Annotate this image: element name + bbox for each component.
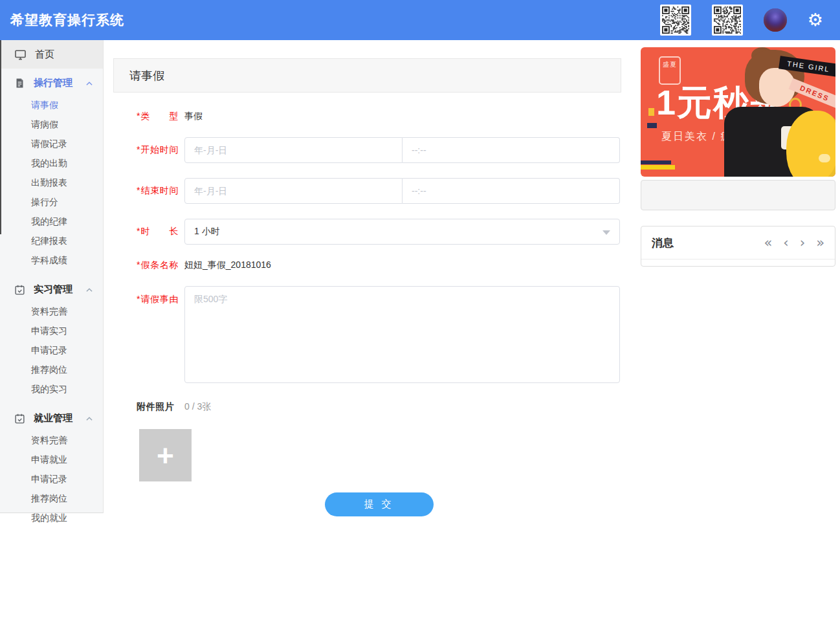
plus-icon: + xyxy=(157,441,174,470)
sidebar-item-我的就业[interactable]: 我的就业 xyxy=(0,508,103,527)
start-time-input[interactable] xyxy=(403,137,620,163)
sidebar-item-推荐岗位[interactable]: 推荐岗位 xyxy=(0,360,103,379)
field-row-attachments: 附件照片 0 / 3张 xyxy=(137,401,621,413)
messages-pager: « ‹ › » xyxy=(764,236,824,250)
field-row-end: *结束时间 xyxy=(137,178,621,204)
end-date-input[interactable] xyxy=(184,178,403,204)
required-asterisk: * xyxy=(137,259,140,270)
app-header: 希望教育操行系统 ⚙ xyxy=(0,0,840,40)
messages-title: 消息 xyxy=(652,236,674,250)
field-row-type: *类 型 事假 xyxy=(137,111,621,122)
sidebar-item-请假记录[interactable]: 请假记录 xyxy=(0,134,103,153)
type-value: 事假 xyxy=(184,111,203,122)
sidebar-item-申请实习[interactable]: 申请实习 xyxy=(0,321,103,340)
decor-bar xyxy=(641,165,675,170)
field-label-type: *类 型 xyxy=(137,111,184,122)
sidebar-item-申请记录[interactable]: 申请记录 xyxy=(0,340,103,360)
decor-square xyxy=(648,108,654,116)
field-label-attachments: 附件照片 xyxy=(137,401,184,413)
required-asterisk: * xyxy=(137,144,140,155)
field-row-duration: *时 长 1 小时 xyxy=(137,219,621,245)
last-page-icon[interactable]: » xyxy=(816,236,824,250)
end-time-input[interactable] xyxy=(403,178,620,204)
duration-select[interactable]: 1 小时 xyxy=(184,219,620,245)
field-row-start: *开始时间 xyxy=(137,137,621,163)
reason-textarea[interactable] xyxy=(184,286,620,383)
promo-banner[interactable]: 盛夏 1元秒杀 夏日美衣 / 疯抢ing THE GIRL DRESS xyxy=(641,47,835,177)
required-asterisk: * xyxy=(137,185,140,195)
sidebar-item-请事假[interactable]: 请事假 xyxy=(0,95,103,115)
promo-footer-panel xyxy=(641,180,835,210)
upload-photo-button[interactable]: + xyxy=(139,429,192,481)
form-title-text: 请事假 xyxy=(129,68,164,83)
sidebar-item-资料完善[interactable]: 资料完善 xyxy=(0,430,103,450)
sidebar-section-employment[interactable]: 就业管理 xyxy=(0,404,103,430)
required-asterisk: * xyxy=(137,111,140,121)
sidebar-section-conduct[interactable]: 操行管理 xyxy=(0,69,103,95)
sidebar-item-申请记录[interactable]: 申请记录 xyxy=(0,469,103,489)
duration-select-value: 1 小时 xyxy=(194,226,220,237)
settings-gear-icon[interactable]: ⚙ xyxy=(808,12,823,29)
sidebar-item-label: 首页 xyxy=(35,49,54,61)
chevron-up-icon xyxy=(85,79,94,88)
sidebar-item-纪律报表[interactable]: 纪律报表 xyxy=(0,231,103,250)
messages-panel: 消息 « ‹ › » xyxy=(641,226,835,267)
required-asterisk: * xyxy=(137,226,140,236)
sidebar-item-我的出勤[interactable]: 我的出勤 xyxy=(0,153,103,173)
submit-button[interactable]: 提 交 xyxy=(325,492,434,516)
sidebar-item-home[interactable]: 首页 xyxy=(0,40,103,69)
sidebar-section-internship[interactable]: 实习管理 xyxy=(0,275,103,302)
field-label-note-name: *假条名称 xyxy=(137,259,184,271)
field-row-reason: *请假事由 xyxy=(137,286,621,383)
sidebar-item-学科成绩[interactable]: 学科成绩 xyxy=(0,250,103,270)
sidebar-section-label: 就业管理 xyxy=(34,412,72,425)
start-date-input[interactable] xyxy=(184,137,403,163)
field-label-reason: *请假事由 xyxy=(137,286,184,305)
sidebar-item-我的实习[interactable]: 我的实习 xyxy=(0,379,103,399)
qr-code-icon[interactable] xyxy=(712,5,743,36)
first-page-icon[interactable]: « xyxy=(764,236,772,250)
sidebar-section-label: 实习管理 xyxy=(34,283,72,296)
sidebar-item-申请就业[interactable]: 申请就业 xyxy=(0,450,103,469)
chevron-up-icon xyxy=(85,414,94,423)
field-label-end: *结束时间 xyxy=(137,185,184,197)
sidebar-item-推荐岗位[interactable]: 推荐岗位 xyxy=(0,489,103,508)
chevron-down-icon xyxy=(602,230,610,235)
decor-bar xyxy=(641,160,671,164)
sidebar-item-我的纪律[interactable]: 我的纪律 xyxy=(0,212,103,231)
prev-page-icon[interactable]: ‹ xyxy=(783,236,788,250)
sidebar-item-出勤报表[interactable]: 出勤报表 xyxy=(0,173,103,192)
sidebar-item-资料完善[interactable]: 资料完善 xyxy=(0,302,103,321)
messages-empty-body xyxy=(641,259,835,266)
attachment-count: 0 / 3张 xyxy=(184,401,211,413)
monitor-icon xyxy=(14,49,27,61)
sidebar-item-操行分[interactable]: 操行分 xyxy=(0,192,103,212)
app-title: 希望教育操行系统 xyxy=(10,11,124,29)
form-title: 请事假 xyxy=(113,58,621,93)
scrollbar-thumb[interactable] xyxy=(0,40,1,234)
qr-code-icon[interactable] xyxy=(660,5,691,36)
main-content: 请事假 *类 型 事假 *开始时间 *结束时间 *时 长 1 小时 xyxy=(104,40,641,618)
decor-dash xyxy=(647,123,657,128)
sidebar-nav: 首页 操行管理请事假请病假请假记录我的出勤出勤报表操行分我的纪律纪律报表学科成绩… xyxy=(0,40,104,513)
sidebar-sections: 操行管理请事假请病假请假记录我的出勤出勤报表操行分我的纪律纪律报表学科成绩实习管… xyxy=(0,69,103,533)
note-name-value: 妞妞_事假_20181016 xyxy=(184,259,271,271)
user-avatar[interactable] xyxy=(764,8,787,32)
chevron-up-icon xyxy=(85,285,94,294)
field-row-note-name: *假条名称 妞妞_事假_20181016 xyxy=(137,259,621,271)
required-asterisk: * xyxy=(137,294,140,304)
sidebar-section-label: 操行管理 xyxy=(34,77,72,89)
field-label-duration: *时 长 xyxy=(137,226,184,237)
field-label-start: *开始时间 xyxy=(137,144,184,156)
decor-badge xyxy=(819,154,830,162)
sidebar-item-请病假[interactable]: 请病假 xyxy=(0,115,103,134)
next-page-icon[interactable]: › xyxy=(800,236,805,250)
